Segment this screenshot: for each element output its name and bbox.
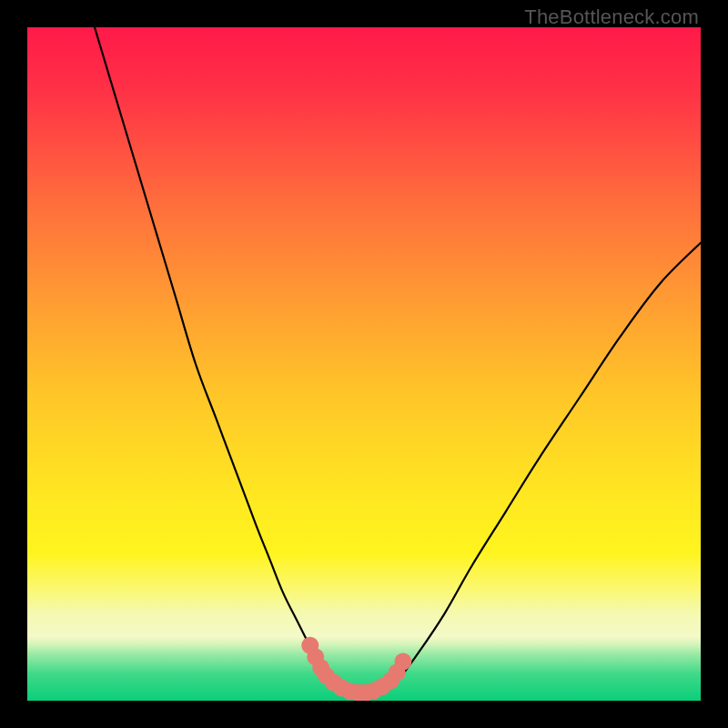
- outer-frame: TheBottleneck.com: [0, 0, 728, 728]
- plot-area: [27, 27, 701, 701]
- background-gradient: [27, 27, 701, 701]
- attribution-text: TheBottleneck.com: [524, 5, 699, 29]
- svg-rect-0: [27, 27, 701, 701]
